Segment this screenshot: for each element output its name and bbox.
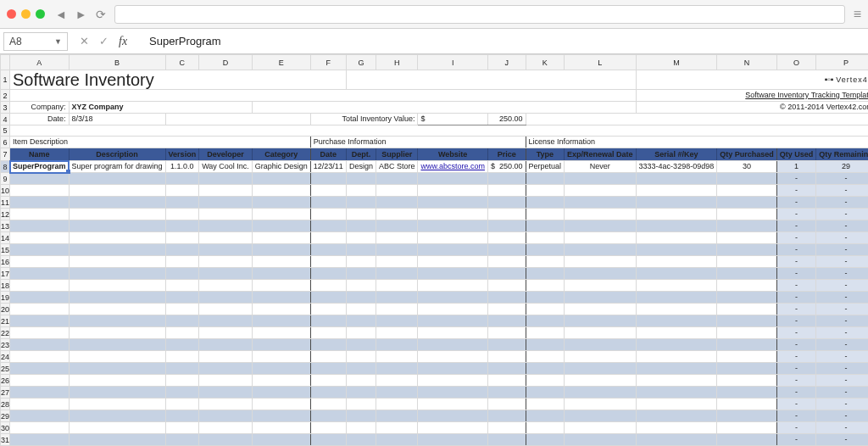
cell[interactable] [717, 422, 777, 434]
col-header[interactable]: M [636, 55, 717, 70]
cell[interactable]: - [816, 304, 868, 315]
cell[interactable] [717, 351, 777, 363]
cell[interactable] [165, 244, 199, 256]
cell[interactable] [69, 173, 165, 185]
cell[interactable] [310, 173, 346, 185]
cell[interactable]: - [816, 387, 868, 399]
cell[interactable] [636, 363, 717, 375]
section-purchase-information[interactable]: Purchase Information [310, 137, 526, 148]
row-header[interactable]: 6 [1, 137, 10, 148]
cell[interactable] [69, 422, 165, 434]
cell[interactable] [199, 185, 253, 197]
cell[interactable] [165, 232, 199, 244]
cell[interactable] [376, 434, 418, 446]
cell[interactable] [418, 197, 488, 209]
row-header[interactable]: 8 [1, 161, 10, 173]
cell[interactable] [636, 256, 717, 268]
cell[interactable] [10, 339, 70, 351]
cell[interactable] [565, 304, 637, 315]
cell[interactable] [376, 387, 418, 399]
cell[interactable] [310, 434, 346, 446]
date-label[interactable]: Date: [10, 114, 70, 125]
date-value[interactable]: 8/3/18 [69, 114, 165, 125]
cell[interactable] [165, 434, 199, 446]
cell[interactable] [199, 292, 253, 304]
hdr-date[interactable]: Date [310, 148, 346, 161]
cell[interactable] [346, 304, 376, 315]
row-header[interactable]: 27 [1, 387, 10, 399]
cell[interactable] [418, 387, 488, 399]
cell[interactable] [165, 185, 199, 197]
cell[interactable] [199, 375, 253, 387]
cell[interactable] [310, 422, 346, 434]
cell[interactable]: - [816, 315, 868, 327]
cell[interactable] [636, 351, 717, 363]
cell[interactable] [252, 280, 310, 292]
cell[interactable] [69, 209, 165, 220]
row-header[interactable]: 20 [1, 304, 10, 315]
cell[interactable]: - [776, 244, 816, 256]
cell[interactable] [69, 185, 165, 197]
col-header[interactable]: A [10, 55, 70, 70]
cell[interactable]: - [776, 399, 816, 410]
cell[interactable] [717, 185, 777, 197]
cell[interactable]: - [816, 434, 868, 446]
hdr-exp[interactable]: Exp/Renewal Date [565, 148, 637, 161]
row-header[interactable]: 12 [1, 209, 10, 220]
cell[interactable] [376, 399, 418, 410]
cell[interactable] [418, 327, 488, 339]
cell[interactable] [310, 209, 346, 220]
cell[interactable] [346, 410, 376, 422]
cell[interactable] [10, 363, 70, 375]
chevron-down-icon[interactable]: ▼ [54, 37, 62, 46]
cell[interactable] [526, 292, 565, 304]
cell[interactable] [487, 399, 526, 410]
cell[interactable] [636, 244, 717, 256]
cell[interactable] [487, 351, 526, 363]
cell[interactable] [636, 197, 717, 209]
cell[interactable] [487, 315, 526, 327]
cell[interactable] [717, 434, 777, 446]
cell[interactable] [252, 256, 310, 268]
cell[interactable] [69, 256, 165, 268]
cell[interactable] [310, 244, 346, 256]
cell[interactable]: - [776, 209, 816, 220]
cell[interactable] [636, 422, 717, 434]
cell[interactable] [526, 339, 565, 351]
tiv-currency[interactable]: $ [418, 114, 488, 125]
hdr-qty-remaining[interactable]: Qty Remaining [816, 148, 868, 161]
cell[interactable] [418, 292, 488, 304]
cell[interactable] [526, 434, 565, 446]
cell[interactable] [165, 351, 199, 363]
cell[interactable] [636, 185, 717, 197]
hdr-type[interactable]: Type [526, 148, 565, 161]
cell[interactable] [165, 387, 199, 399]
cell[interactable]: - [776, 339, 816, 351]
cell-qty-remaining[interactable]: 29 [816, 161, 868, 173]
cell[interactable]: - [816, 375, 868, 387]
cell[interactable]: - [776, 220, 816, 232]
cell[interactable]: - [816, 256, 868, 268]
cell[interactable] [310, 327, 346, 339]
cell-description[interactable]: Super program for drawing [69, 161, 165, 173]
cell[interactable]: - [776, 410, 816, 422]
cell[interactable] [636, 434, 717, 446]
cell[interactable] [10, 197, 70, 209]
cell[interactable] [165, 399, 199, 410]
cell[interactable] [636, 173, 717, 185]
cell[interactable] [418, 244, 488, 256]
cell[interactable]: - [776, 185, 816, 197]
cell-category[interactable]: Graphic Design [252, 161, 310, 173]
cell[interactable] [376, 197, 418, 209]
cell[interactable] [252, 351, 310, 363]
cell[interactable] [252, 304, 310, 315]
cell[interactable] [376, 256, 418, 268]
cell[interactable] [346, 197, 376, 209]
cell[interactable] [10, 422, 70, 434]
cell[interactable]: - [776, 351, 816, 363]
cell[interactable] [717, 280, 777, 292]
cell[interactable] [252, 292, 310, 304]
cell[interactable] [346, 209, 376, 220]
cell[interactable] [418, 351, 488, 363]
cell[interactable] [252, 232, 310, 244]
